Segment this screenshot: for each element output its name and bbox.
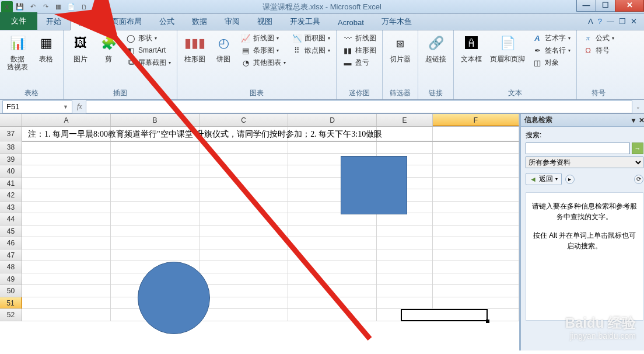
cell[interactable] (22, 189, 111, 202)
other-chart-button[interactable]: ◔其他图表 ▾ (238, 57, 288, 68)
cell[interactable] (200, 165, 288, 178)
cell[interactable] (433, 127, 519, 141)
shape-circle[interactable] (138, 262, 210, 334)
cell[interactable] (288, 237, 377, 249)
tab-insert[interactable]: 插入 (70, 13, 103, 30)
scatter-chart-button[interactable]: ⠿散点图 ▾ (289, 44, 332, 56)
namebox-dropdown-icon[interactable]: ▼ (63, 104, 68, 110)
pane-dropdown-icon[interactable]: ▾ (632, 116, 635, 124)
cell[interactable] (288, 297, 377, 310)
pie-chart-button[interactable]: ◴饼图 (210, 32, 237, 64)
smartart-button[interactable]: ◧SmartArt (123, 44, 173, 56)
cell[interactable] (111, 189, 200, 202)
search-go-button[interactable]: → (632, 143, 643, 154)
active-cell[interactable] (401, 309, 488, 321)
tab-review[interactable]: 审阅 (216, 13, 249, 30)
maximize-button[interactable]: ☐ (596, 0, 615, 12)
cell[interactable] (200, 273, 288, 286)
object-button[interactable]: ◫对象 (530, 57, 573, 68)
cell[interactable] (22, 213, 111, 225)
back-button[interactable]: ◄返回 ▾ (526, 173, 562, 185)
equation-button[interactable]: π公式 ▾ (580, 32, 617, 44)
screenshot-button[interactable]: ⧉屏幕截图 ▾ (123, 57, 173, 68)
cell[interactable] (111, 165, 200, 178)
row-header[interactable]: 42 (0, 189, 22, 202)
picture-button[interactable]: 🖼图片 (67, 32, 94, 64)
cell[interactable] (377, 225, 433, 238)
shape-rectangle[interactable] (341, 156, 407, 214)
ribbon-min-icon[interactable]: ᐱ (588, 17, 593, 26)
cell[interactable] (433, 213, 519, 225)
qat-icon[interactable]: ▦ (52, 1, 64, 13)
bar-chart-button[interactable]: ▤条形图 ▾ (238, 44, 288, 56)
row-header[interactable]: 38 (0, 141, 22, 154)
cell[interactable] (288, 249, 377, 262)
formula-input[interactable] (86, 100, 632, 113)
cell[interactable] (22, 202, 111, 214)
select-all-corner[interactable] (0, 114, 22, 126)
spark-column-button[interactable]: ▮▮柱形图 (340, 44, 379, 56)
cell[interactable] (433, 189, 519, 202)
cell[interactable] (111, 225, 200, 238)
col-header-e[interactable]: E (377, 114, 433, 126)
cell[interactable] (433, 202, 519, 214)
cell[interactable] (200, 202, 288, 214)
tab-view[interactable]: 视图 (249, 13, 281, 30)
col-header-c[interactable]: C (200, 114, 288, 126)
stop-button[interactable]: ⟳ (634, 175, 643, 184)
inner-close-icon[interactable]: ✕ (631, 17, 637, 26)
spark-line-button[interactable]: 〰折线图 (340, 32, 379, 44)
tab-pagelayout[interactable]: 页面布局 (103, 13, 150, 30)
area-chart-button[interactable]: 📉面积图 ▾ (289, 32, 332, 44)
col-header-a[interactable]: A (22, 114, 111, 126)
tab-developer[interactable]: 开发工具 (281, 13, 329, 30)
cell[interactable] (377, 213, 433, 225)
pane-close-icon[interactable]: ✕ (639, 116, 644, 124)
forward-button[interactable]: ▸ (565, 175, 575, 184)
qat-icon-2[interactable]: 📄 (65, 1, 77, 13)
cell[interactable] (433, 225, 519, 238)
cell[interactable] (111, 141, 200, 154)
cell[interactable] (288, 213, 377, 225)
cell[interactable] (377, 141, 433, 154)
tab-acrobat[interactable]: Acrobat (329, 15, 373, 30)
save-icon[interactable]: 💾 (14, 1, 26, 13)
row-header[interactable]: 50 (0, 285, 22, 297)
cell[interactable] (433, 261, 519, 273)
spreadsheet-grid[interactable]: A B C D E F 3738394041424344454647484950… (0, 114, 520, 350)
cell[interactable] (433, 178, 519, 190)
row-header[interactable]: 51 (0, 297, 22, 310)
reference-select[interactable]: 所有参考资料 (526, 157, 643, 168)
search-input[interactable] (526, 143, 630, 154)
cell[interactable] (22, 141, 111, 154)
headerfooter-button[interactable]: 📄页眉和页脚 (487, 32, 528, 64)
clipart-button[interactable]: 🧩剪 (95, 32, 122, 64)
cell[interactable] (433, 285, 519, 297)
inner-min-icon[interactable]: — (607, 17, 614, 26)
cell[interactable] (22, 225, 111, 238)
cell[interactable] (200, 237, 288, 249)
slicer-button[interactable]: ⧆切片器 (386, 32, 414, 64)
fill-handle[interactable] (486, 320, 489, 323)
cell[interactable] (200, 178, 288, 190)
tab-home[interactable]: 开始 (37, 13, 70, 30)
row-header[interactable]: 48 (0, 261, 22, 273)
cell[interactable] (22, 165, 111, 178)
cell[interactable] (200, 141, 288, 154)
textbox-button[interactable]: 🅰文本框 (457, 32, 485, 64)
cell[interactable] (200, 309, 288, 321)
fx-icon[interactable]: fx (77, 102, 82, 111)
sigline-button[interactable]: ✒签名行 ▾ (530, 44, 573, 56)
row-header[interactable]: 47 (0, 249, 22, 262)
cell[interactable] (433, 154, 519, 166)
hyperlink-button[interactable]: 🔗超链接 (422, 32, 450, 64)
line-chart-button[interactable]: 📈折线图 ▾ (238, 32, 288, 44)
table-button[interactable]: ▦表格 (33, 32, 60, 64)
cell[interactable] (111, 178, 200, 190)
tab-data[interactable]: 数据 (183, 13, 216, 30)
redo-icon[interactable]: ↷ (40, 1, 51, 13)
wordart-button[interactable]: A艺术字 ▾ (530, 32, 573, 44)
cell[interactable] (377, 127, 433, 141)
row-header[interactable]: 37 (0, 127, 22, 141)
name-box[interactable]: F51 ▼ (2, 100, 72, 113)
